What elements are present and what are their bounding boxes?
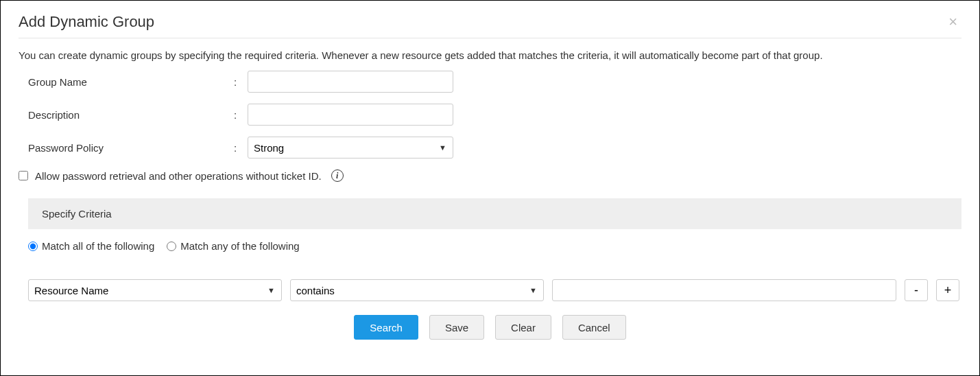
cancel-button[interactable]: Cancel — [562, 315, 626, 340]
match-any-radio[interactable] — [167, 242, 176, 251]
criteria-header: Specify Criteria — [28, 198, 961, 229]
match-all-radio[interactable] — [28, 242, 38, 251]
criteria-field-wrap: Resource Name ▼ — [28, 279, 282, 301]
description-input[interactable] — [248, 104, 453, 126]
action-buttons: Search Save Clear Cancel — [19, 315, 961, 340]
match-all-label: Match all of the following — [42, 240, 154, 252]
match-all-option[interactable]: Match all of the following — [28, 240, 154, 252]
colon: : — [234, 142, 248, 154]
search-button[interactable]: Search — [354, 315, 418, 340]
description-label: Description — [28, 109, 234, 121]
allow-without-ticket-label: Allow password retrieval and other opera… — [35, 170, 322, 182]
criteria-operator-select[interactable]: contains — [290, 279, 544, 301]
group-name-input[interactable] — [248, 71, 453, 93]
match-any-label: Match any of the following — [180, 240, 299, 252]
criteria-field-select[interactable]: Resource Name — [28, 279, 282, 301]
criteria-row: Resource Name ▼ contains ▼ - + — [19, 279, 961, 301]
intro-text: You can create dynamic groups by specify… — [19, 49, 961, 61]
allow-without-ticket-row: Allow password retrieval and other opera… — [19, 169, 961, 182]
modal-title: Add Dynamic Group — [19, 13, 154, 31]
colon: : — [234, 109, 248, 121]
modal-header: Add Dynamic Group × — [19, 13, 961, 38]
remove-criteria-button[interactable]: - — [905, 279, 928, 301]
match-mode-row: Match all of the following Match any of … — [19, 240, 961, 252]
criteria-operator-wrap: contains ▼ — [290, 279, 544, 301]
password-policy-label: Password Policy — [28, 142, 234, 154]
colon: : — [234, 76, 248, 88]
match-any-option[interactable]: Match any of the following — [167, 240, 299, 252]
password-policy-select-wrap: Strong ▼ — [248, 137, 453, 158]
save-button[interactable]: Save — [429, 315, 484, 340]
clear-button[interactable]: Clear — [495, 315, 551, 340]
close-icon[interactable]: × — [944, 13, 961, 31]
add-criteria-button[interactable]: + — [936, 279, 959, 301]
add-dynamic-group-modal: Add Dynamic Group × You can create dynam… — [0, 0, 980, 376]
criteria-value-input[interactable] — [552, 279, 896, 301]
group-name-row: Group Name : — [19, 71, 961, 93]
group-name-label: Group Name — [28, 76, 234, 88]
description-row: Description : — [19, 104, 961, 126]
allow-without-ticket-checkbox[interactable] — [19, 171, 28, 180]
password-policy-row: Password Policy : Strong ▼ — [19, 137, 961, 158]
password-policy-select[interactable]: Strong — [248, 137, 453, 158]
info-icon[interactable]: i — [331, 169, 344, 182]
